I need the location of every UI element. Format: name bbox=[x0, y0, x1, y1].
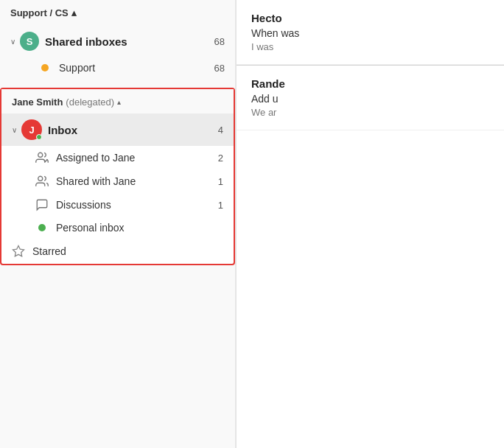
jane-delegated: (delegated) bbox=[66, 97, 114, 108]
subject-line-2: Add u bbox=[251, 93, 489, 105]
jane-online-dot bbox=[36, 134, 42, 140]
jane-section-header[interactable]: Jane Smith (delegated) ▴ bbox=[1, 89, 234, 113]
discussions-count: 1 bbox=[218, 200, 223, 211]
sidebar: Support / CS ▴ ∨ S Shared inboxes 68 Sup… bbox=[0, 0, 236, 448]
assigned-count: 2 bbox=[218, 153, 223, 164]
jane-avatar: J bbox=[21, 119, 42, 140]
jane-inbox-label: Inbox bbox=[48, 124, 77, 136]
jane-inbox-chevron: ∨ bbox=[12, 126, 17, 134]
shared-inboxes-label: Shared inboxes bbox=[45, 35, 127, 48]
jane-inbox-row[interactable]: ∨ J Inbox 4 bbox=[1, 113, 234, 146]
subject-line-1: When was bbox=[251, 27, 489, 39]
svg-point-0 bbox=[38, 153, 43, 157]
shared-inboxes-section: ∨ S Shared inboxes 68 Support 68 bbox=[0, 26, 235, 85]
discussions-item[interactable]: Discussions 1 bbox=[1, 193, 234, 217]
assigned-icon bbox=[35, 151, 49, 164]
support-cs-section-header[interactable]: Support / CS ▴ bbox=[0, 0, 235, 26]
sender-name-1: Hecto bbox=[251, 12, 489, 24]
shared-inboxes-row[interactable]: ∨ S Shared inboxes 68 bbox=[0, 26, 235, 57]
svg-point-1 bbox=[38, 176, 43, 181]
assigned-label: Assigned to Jane bbox=[56, 152, 218, 164]
shared-with-jane-item[interactable]: Shared with Jane 1 bbox=[1, 169, 234, 193]
personal-inbox-dot-icon bbox=[35, 224, 49, 231]
shared-label: Shared with Jane bbox=[56, 175, 218, 187]
discussions-icon bbox=[35, 198, 49, 211]
conversation-item-1[interactable]: Hecto When was I was bbox=[237, 0, 504, 65]
right-panel: Hecto When was I was Rande Add u We ar bbox=[236, 0, 504, 448]
jane-inbox-count: 4 bbox=[218, 125, 223, 136]
support-item[interactable]: Support 68 bbox=[0, 57, 235, 79]
svg-marker-2 bbox=[13, 246, 24, 256]
starred-icon bbox=[12, 244, 25, 259]
personal-inbox-label: Personal inbox bbox=[56, 222, 223, 234]
support-cs-chevron: ▴ bbox=[71, 7, 77, 18]
shared-inboxes-chevron: ∨ bbox=[10, 38, 15, 46]
conversation-item-2[interactable]: Rande Add u We ar bbox=[237, 66, 504, 130]
jane-chevron-up: ▴ bbox=[117, 98, 121, 106]
shared-inboxes-count: 68 bbox=[214, 36, 225, 47]
personal-inbox-item[interactable]: Personal inbox bbox=[1, 217, 234, 239]
jane-smith-section: Jane Smith (delegated) ▴ ∨ J Inbox 4 bbox=[0, 88, 235, 265]
discussions-label: Discussions bbox=[56, 199, 218, 211]
starred-label: Starred bbox=[32, 245, 223, 257]
shared-inboxes-avatar: S bbox=[20, 32, 39, 51]
starred-item[interactable]: Starred bbox=[1, 239, 234, 264]
support-dot-icon bbox=[38, 64, 52, 71]
shared-count: 1 bbox=[218, 176, 223, 187]
assigned-to-jane-item[interactable]: Assigned to Jane 2 bbox=[1, 146, 234, 169]
preview-2: We ar bbox=[251, 107, 489, 118]
jane-name: Jane Smith bbox=[12, 97, 63, 108]
support-count: 68 bbox=[214, 63, 225, 74]
sender-name-2: Rande bbox=[251, 77, 489, 90]
support-label: Support bbox=[59, 62, 214, 74]
support-cs-title: Support / CS bbox=[10, 7, 69, 18]
shared-icon bbox=[35, 175, 49, 188]
preview-1: I was bbox=[251, 41, 489, 52]
